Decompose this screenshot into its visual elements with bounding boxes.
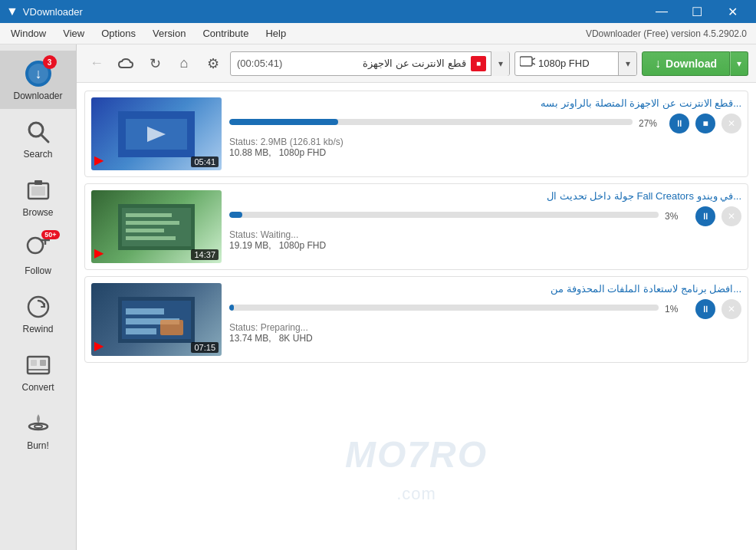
menu-view[interactable]: View <box>55 25 92 42</box>
convert-icon <box>23 350 54 380</box>
sidebar-item-browse[interactable]: Browse <box>0 167 76 226</box>
svg-rect-18 <box>520 57 532 66</box>
item-status-1: Status: 2.9MB (126.81 kb/s) <box>229 137 741 147</box>
progress-bar-container-1 <box>229 119 633 125</box>
titlebar-controls: — ☐ ✕ <box>644 0 750 23</box>
menu-options[interactable]: Options <box>94 25 143 42</box>
sidebar-item-burn[interactable]: Burn! <box>0 400 76 459</box>
sidebar-label-convert: Convert <box>21 382 54 393</box>
table-row: ▶ 14:37 ...في ويندو Fall Creators جولة د… <box>84 183 748 270</box>
sidebar-item-rewind[interactable]: Rewind <box>0 284 76 342</box>
sidebar-label-browse: Browse <box>22 207 53 218</box>
search-icon <box>23 117 54 147</box>
settings-button[interactable]: ⚙ <box>201 51 225 76</box>
item-title-1: ...قطع الانترنت عن الاجهزة المتصلة بالرا… <box>229 97 741 109</box>
sidebar-label-follow: Follow <box>25 265 51 276</box>
svg-rect-34 <box>126 328 156 334</box>
watermark-sub: .com <box>396 484 436 504</box>
cancel-button-1[interactable]: ■ <box>695 114 715 133</box>
quality-dropdown-button[interactable]: ▾ <box>618 52 636 75</box>
content-area: ← ↻ ⌂ ⚙ (00:05:41) قطع الانترنت عن الاجه… <box>77 44 756 550</box>
sidebar-label-rewind: Rewind <box>22 324 53 334</box>
pause-button-2[interactable]: ⏸ <box>695 206 715 226</box>
toolbar: ← ↻ ⌂ ⚙ (00:05:41) قطع الانترنت عن الاجه… <box>77 44 756 83</box>
svg-rect-35 <box>160 320 183 335</box>
sidebar-item-search[interactable]: Search <box>0 109 76 167</box>
app-title: VDownloader <box>23 6 83 18</box>
sidebar-label-burn: Burn! <box>27 440 49 451</box>
duration-2: 14:37 <box>191 249 219 260</box>
close-button[interactable]: ✕ <box>715 0 750 23</box>
url-dropdown-button[interactable]: ▾ <box>491 51 509 76</box>
titlebar-left: ▼ VDownloader <box>6 5 83 18</box>
menu-version[interactable]: Version <box>145 25 193 42</box>
download-label: Download <box>666 58 717 70</box>
svg-rect-7 <box>35 180 42 185</box>
titlebar: ▼ VDownloader — ☐ ✕ <box>0 0 756 23</box>
item-status-2: Status: Waiting... <box>229 229 741 240</box>
item-content-1: ...قطع الانترنت عن الاجهزة المتصلة بالرا… <box>229 97 741 158</box>
menu-help[interactable]: Help <box>258 25 294 42</box>
back-button[interactable]: ← <box>84 51 109 76</box>
progress-pct-3: 1% <box>665 304 689 315</box>
svg-text:↓: ↓ <box>35 66 41 81</box>
url-text: قطع الانترنت عن الاجهزة <box>287 58 466 69</box>
youtube-icon-2: ▶ <box>94 245 104 260</box>
quality-bar: 1080p FHD ▾ <box>514 51 637 76</box>
progress-bar-1 <box>229 119 338 125</box>
home-button[interactable]: ⌂ <box>172 51 196 76</box>
downloader-icon: ↓ 3 <box>23 58 54 89</box>
table-row: ▶ 05:41 ...قطع الانترنت عن الاجهزة المتص… <box>84 91 748 177</box>
item-title-3: ...افضل برنامج لاستعادة الملفات المحذوفة… <box>229 283 741 295</box>
stop-button-3[interactable]: ✕ <box>721 299 741 319</box>
watermark-text: MO7RO <box>345 436 488 473</box>
stop-button-2[interactable]: ✕ <box>721 206 741 226</box>
svg-rect-14 <box>40 360 46 366</box>
watermark: MO7RO .com <box>396 484 436 504</box>
stop-button-1[interactable]: ✕ <box>721 114 741 133</box>
downloader-badge: 3 <box>43 55 57 69</box>
thumbnail-3: ▶ 07:15 <box>91 283 222 356</box>
url-stop-button[interactable]: ■ <box>471 56 486 71</box>
download-btn-group: ↓ Download ▾ <box>642 51 748 76</box>
progress-bar-container-2 <box>229 212 659 218</box>
pause-button-3[interactable]: ⏸ <box>695 299 715 319</box>
duration-3: 07:15 <box>191 342 219 353</box>
svg-rect-28 <box>126 229 164 232</box>
youtube-icon-3: ▶ <box>94 338 104 353</box>
menubar: Window View Options Version Contribute H… <box>0 23 756 44</box>
svg-line-4 <box>41 135 48 142</box>
progress-pct-2: 3% <box>665 211 689 222</box>
item-status-3: Status: Preparing... <box>229 322 741 333</box>
download-dropdown-button[interactable]: ▾ <box>730 51 748 76</box>
url-bar: (00:05:41) قطع الانترنت عن الاجهزة ■ ▾ <box>230 51 510 76</box>
url-time: (00:05:41) <box>237 58 282 69</box>
svg-rect-29 <box>126 236 176 240</box>
sidebar-item-downloader[interactable]: ↓ 3 Downloader <box>0 51 76 109</box>
thumbnail-1: ▶ 05:41 <box>91 97 222 170</box>
refresh-button[interactable]: ↻ <box>143 51 167 76</box>
sidebar-item-follow[interactable]: 50+ Follow <box>0 226 76 284</box>
item-title-2: ...في ويندو Fall Creators جولة داخل تحدي… <box>229 190 741 202</box>
sidebar-item-convert[interactable]: Convert <box>0 342 76 400</box>
item-content-3: ...افضل برنامج لاستعادة الملفات المحذوفة… <box>229 283 741 344</box>
menu-window[interactable]: Window <box>3 25 54 42</box>
sidebar: ↓ 3 Downloader Search <box>0 44 77 550</box>
maximize-button[interactable]: ☐ <box>679 0 715 23</box>
download-button[interactable]: ↓ Download <box>642 51 730 76</box>
item-meta-1: 10.88 MB, 1080p FHD <box>229 147 741 158</box>
app-icon: ▼ <box>6 5 18 18</box>
progress-bar-2 <box>229 212 242 218</box>
version-label: VDownloader (Free) version 4.5.2902.0 <box>586 28 753 39</box>
sidebar-label-search: Search <box>23 149 52 160</box>
cloud-button[interactable] <box>113 51 138 76</box>
pause-button-1[interactable]: ⏸ <box>669 114 689 133</box>
svg-rect-27 <box>126 221 179 225</box>
table-row: ▶ 07:15 ...افضل برنامج لاستعادة الملفات … <box>84 276 748 363</box>
progress-bar-container-3 <box>229 305 659 311</box>
progress-row-1: 27% ⏸ ■ ✕ <box>229 114 741 133</box>
item-meta-3: 13.74 MB, 8K UHD <box>229 333 741 344</box>
item-content-2: ...في ويندو Fall Creators جولة داخل تحدي… <box>229 190 741 251</box>
minimize-button[interactable]: — <box>644 0 679 23</box>
menu-contribute[interactable]: Contribute <box>195 25 256 42</box>
